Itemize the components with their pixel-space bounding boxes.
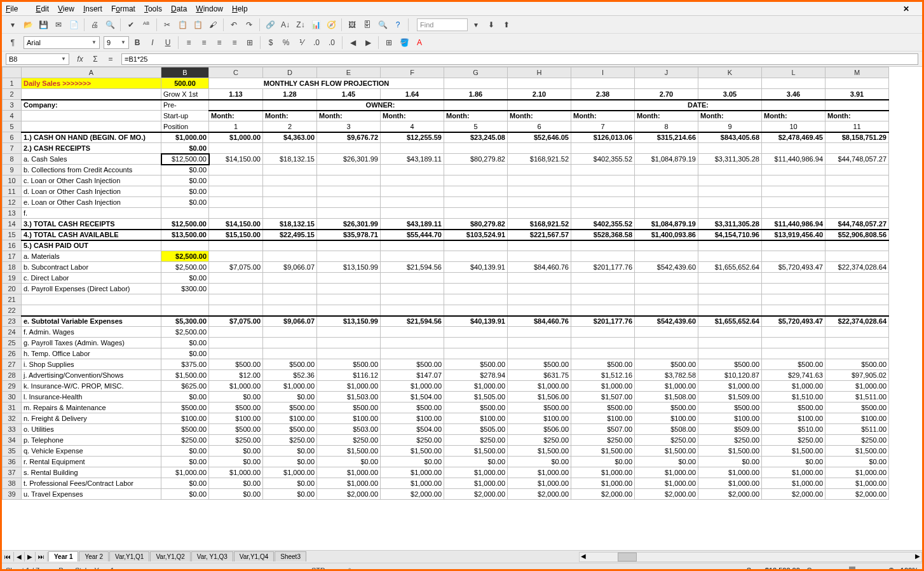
cell[interactable] bbox=[317, 186, 381, 197]
align-center-icon[interactable]: ≡ bbox=[197, 36, 211, 50]
cell[interactable]: $500.00 bbox=[161, 424, 209, 435]
cell[interactable]: $0.00 bbox=[161, 489, 209, 500]
cell[interactable] bbox=[508, 348, 571, 359]
cell[interactable] bbox=[635, 348, 698, 359]
email-icon[interactable]: ✉ bbox=[51, 18, 65, 32]
find-input[interactable]: Find bbox=[417, 18, 468, 31]
cell[interactable] bbox=[635, 284, 698, 294]
cell[interactable] bbox=[635, 208, 698, 219]
cell[interactable]: $13,150.99 bbox=[317, 262, 381, 273]
selection-mode[interactable]: * bbox=[348, 567, 351, 572]
row-header[interactable]: 26 bbox=[3, 348, 22, 359]
cell[interactable] bbox=[263, 100, 317, 111]
cell[interactable]: Position bbox=[161, 121, 209, 132]
cell[interactable]: 10 bbox=[762, 121, 825, 132]
cell[interactable]: $250.00 bbox=[209, 435, 263, 446]
cell[interactable]: o. Utilities bbox=[22, 424, 161, 435]
cell[interactable]: $1,000.00 bbox=[444, 478, 508, 489]
cell[interactable] bbox=[381, 240, 444, 251]
cell[interactable]: $1,000.00 bbox=[762, 478, 825, 489]
cell[interactable]: $40,139.91 bbox=[444, 262, 508, 273]
cell[interactable]: e. Subtotal Variable Expenses bbox=[22, 316, 161, 327]
cell[interactable]: $500.00 bbox=[444, 359, 508, 370]
cell[interactable] bbox=[825, 338, 889, 348]
cell[interactable] bbox=[22, 89, 161, 100]
cell[interactable]: 3 bbox=[317, 121, 381, 132]
cell[interactable] bbox=[762, 338, 825, 348]
find-dropdown-icon[interactable]: ▾ bbox=[469, 18, 483, 32]
font-name-select[interactable]: Arial▼ bbox=[24, 36, 100, 49]
hyperlink-icon[interactable]: 🔗 bbox=[263, 18, 277, 32]
cell[interactable]: $500.00 bbox=[508, 359, 571, 370]
cell[interactable]: $201,177.76 bbox=[571, 262, 635, 273]
cell[interactable]: r. Rental Equipment bbox=[22, 457, 161, 467]
cell[interactable] bbox=[825, 143, 889, 154]
cell[interactable]: $97,905.02 bbox=[825, 370, 889, 381]
row-header[interactable]: 20 bbox=[3, 284, 22, 294]
cell[interactable]: $0.00 bbox=[209, 392, 263, 402]
cell[interactable]: $100.00 bbox=[381, 413, 444, 424]
cell[interactable] bbox=[825, 305, 889, 316]
cell[interactable]: $1,500.00 bbox=[381, 446, 444, 457]
cell[interactable]: $500.00 bbox=[444, 402, 508, 413]
row-header[interactable]: 29 bbox=[3, 381, 22, 392]
cell[interactable]: $1,000.00 bbox=[161, 132, 209, 143]
cell[interactable]: $250.00 bbox=[508, 435, 571, 446]
row-header[interactable]: 16 bbox=[3, 240, 22, 251]
cell[interactable] bbox=[381, 175, 444, 186]
cell[interactable]: 1.86 bbox=[444, 89, 508, 100]
cell[interactable]: $84,460.76 bbox=[508, 316, 571, 327]
cell[interactable] bbox=[444, 143, 508, 154]
paste-icon[interactable]: 📋 bbox=[191, 18, 205, 32]
cell[interactable] bbox=[762, 175, 825, 186]
standard-format-icon[interactable]: ⅟ bbox=[294, 36, 308, 50]
cell[interactable] bbox=[317, 305, 381, 316]
cell[interactable]: $0.00 bbox=[263, 489, 317, 500]
cell[interactable] bbox=[635, 338, 698, 348]
cell[interactable] bbox=[317, 175, 381, 186]
redo-icon[interactable]: ↷ bbox=[242, 18, 256, 32]
cell[interactable] bbox=[508, 240, 571, 251]
sheet-tab[interactable]: Sheet3 bbox=[275, 551, 306, 561]
row-header[interactable]: 3 bbox=[3, 100, 22, 111]
cell[interactable] bbox=[698, 327, 762, 338]
cell[interactable]: $18,132.15 bbox=[263, 219, 317, 230]
cell[interactable]: $1,000.00 bbox=[381, 381, 444, 392]
cell[interactable]: Month: bbox=[508, 111, 571, 121]
cell[interactable]: $250.00 bbox=[317, 435, 381, 446]
cell[interactable] bbox=[762, 143, 825, 154]
cell[interactable] bbox=[263, 284, 317, 294]
cell[interactable]: $1,500.00 bbox=[444, 446, 508, 457]
cell[interactable]: $9,676.72 bbox=[317, 132, 381, 143]
cell[interactable]: $0.00 bbox=[263, 457, 317, 467]
currency-icon[interactable]: $ bbox=[264, 36, 278, 50]
chart-icon[interactable]: 📊 bbox=[309, 18, 323, 32]
col-header-E[interactable]: E bbox=[317, 67, 381, 78]
row-header[interactable]: 25 bbox=[3, 338, 22, 348]
cell[interactable]: $500.00 bbox=[508, 402, 571, 413]
cell[interactable] bbox=[209, 338, 263, 348]
cell[interactable]: $100.00 bbox=[263, 413, 317, 424]
menu-view[interactable]: View bbox=[58, 4, 74, 13]
cell[interactable] bbox=[444, 273, 508, 284]
cell[interactable]: f. Admin. Wages bbox=[22, 327, 161, 338]
cell[interactable] bbox=[571, 208, 635, 219]
row-header[interactable]: 9 bbox=[3, 165, 22, 175]
cell[interactable] bbox=[444, 208, 508, 219]
cell[interactable]: $100.00 bbox=[317, 413, 381, 424]
horizontal-scrollbar[interactable]: ◀ ▶ bbox=[579, 552, 922, 562]
sort-desc-icon[interactable]: Z↓ bbox=[294, 18, 308, 32]
cell[interactable]: Month: bbox=[381, 111, 444, 121]
remove-decimal-icon[interactable]: .0 bbox=[325, 36, 339, 50]
row-header[interactable]: 15 bbox=[3, 230, 22, 240]
cell[interactable]: $2,000.00 bbox=[381, 489, 444, 500]
cell[interactable] bbox=[444, 78, 508, 89]
cell[interactable]: $0.00 bbox=[444, 457, 508, 467]
cell[interactable]: $7,075.00 bbox=[209, 262, 263, 273]
cell[interactable] bbox=[508, 273, 571, 284]
cell[interactable]: $26,301.99 bbox=[317, 219, 381, 230]
menu-edit[interactable]: Edit bbox=[36, 4, 49, 13]
cell[interactable]: $100.00 bbox=[571, 413, 635, 424]
cell[interactable] bbox=[381, 338, 444, 348]
cell[interactable]: 3.05 bbox=[698, 89, 762, 100]
